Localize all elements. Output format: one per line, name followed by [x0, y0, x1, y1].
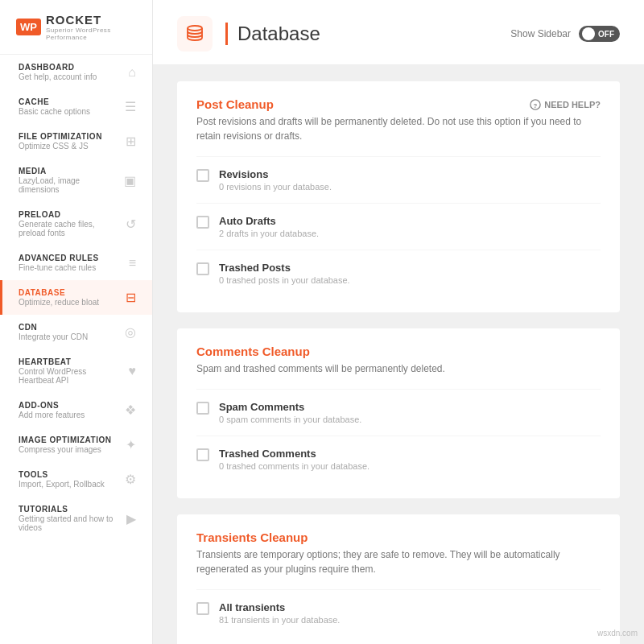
section-comments-cleanup: Comments Cleanup Spam and trashed commen… — [177, 328, 620, 498]
option-label: Auto Drafts — [219, 215, 319, 227]
show-sidebar-toggle[interactable]: OFF — [579, 26, 620, 42]
sidebar-icon-tools: ⚙ — [125, 472, 136, 487]
page-header: Database Show Sidebar OFF — [153, 0, 644, 65]
option-label: Trashed Comments — [219, 448, 369, 460]
option-sub: 0 revisions in your database. — [219, 182, 332, 192]
sidebar-item-advanced-rules[interactable]: ADVANCED RULES Fine-tune cache rules ≡ — [0, 246, 152, 280]
option-row: Revisions 0 revisions in your database. — [196, 156, 601, 203]
sidebar-item-title-file-optimization: FILE OPTIMIZATION — [19, 132, 121, 141]
checkbox-comments-cleanup-1[interactable] — [196, 448, 209, 461]
sidebar-item-dashboard[interactable]: DASHBOARD Get help, account info ⌂ — [0, 55, 152, 89]
section-desc-post-cleanup: Post revisions and drafts will be perman… — [196, 114, 601, 143]
option-row: Auto Drafts 2 drafts in your database. — [196, 203, 601, 250]
sidebar-icon-media: ▣ — [124, 173, 136, 188]
sidebar-item-title-cache: CACHE — [19, 97, 120, 106]
svg-text:?: ? — [534, 101, 538, 109]
need-help-link[interactable]: ? NEED HELP? — [530, 99, 601, 110]
sidebar-item-sub-add-ons: Add more features — [19, 411, 120, 419]
sidebar: WP ROCKET Superior WordPress Performance… — [0, 0, 153, 644]
sidebar-item-tools[interactable]: TOOLS Import, Export, Rollback ⚙ — [0, 462, 152, 497]
sections: Post Cleanup ? NEED HELP? Post revisions… — [177, 81, 620, 644]
main-content: Database Show Sidebar OFF Post Cleanup ?… — [153, 0, 644, 644]
option-sub: 0 trashed posts in your database. — [219, 275, 350, 285]
sidebar-item-sub-image-optimization: Compress your images — [19, 445, 121, 454]
sidebar-icon-tutorials: ▶ — [126, 511, 136, 526]
option-sub: 0 trashed comments in your database. — [219, 461, 369, 471]
sidebar-item-title-database: DATABASE — [19, 288, 121, 297]
sidebar-icon-add-ons: ❖ — [125, 402, 136, 418]
sidebar-item-title-tutorials: TUTORIALS — [19, 505, 122, 514]
sidebar-item-database[interactable]: DATABASE Optimize, reduce bloat ⊟ — [0, 280, 152, 315]
sidebar-icon-file-optimization: ⊞ — [126, 134, 136, 149]
sidebar-item-sub-dashboard: Get help, account info — [19, 72, 123, 81]
option-row: All transients 81 transients in your dat… — [196, 589, 601, 636]
sidebar-item-image-optimization[interactable]: IMAGE OPTIMIZATION Compress your images … — [0, 427, 152, 462]
sidebar-item-sub-cache: Basic cache options — [19, 107, 120, 116]
sidebar-items: DASHBOARD Get help, account info ⌂ CACHE… — [0, 55, 152, 540]
sidebar-icon-heartbeat: ♥ — [129, 364, 137, 378]
section-title-post-cleanup: Post Cleanup ? NEED HELP? — [196, 97, 601, 111]
sidebar-icon-advanced-rules: ≡ — [129, 256, 136, 270]
option-sub: 0 spam comments in your database. — [219, 415, 361, 424]
section-post-cleanup: Post Cleanup ? NEED HELP? Post revisions… — [177, 81, 620, 312]
page-content: Post Cleanup ? NEED HELP? Post revisions… — [153, 65, 644, 644]
option-sub: 81 transients in your database. — [219, 615, 340, 625]
sidebar-item-cdn[interactable]: CDN Integrate your CDN ◎ — [0, 315, 152, 349]
watermark: wsxdn.com — [597, 629, 638, 638]
page-icon — [177, 16, 213, 52]
logo-wp: WP — [16, 19, 41, 35]
show-sidebar-label: Show Sidebar — [510, 28, 571, 39]
sidebar-item-media[interactable]: MEDIA LazyLoad, image dimensions ▣ — [0, 159, 152, 202]
checkbox-post-cleanup-0[interactable] — [196, 169, 209, 182]
option-sub: 2 drafts in your database. — [219, 229, 319, 238]
sidebar-item-title-add-ons: ADD-ONS — [19, 401, 120, 410]
logo-sub: Superior WordPress Performance — [46, 27, 136, 41]
sidebar-icon-database: ⊟ — [126, 290, 136, 305]
sidebar-item-sub-heartbeat: Control WordPress Heartbeat API — [19, 367, 124, 385]
sidebar-item-title-cdn: CDN — [19, 323, 120, 332]
page-title: Database — [237, 23, 320, 45]
sidebar-item-title-advanced-rules: ADVANCED RULES — [19, 254, 124, 262]
sidebar-item-title-tools: TOOLS — [19, 470, 120, 479]
logo-rocket-title: ROCKET — [46, 13, 136, 27]
checkbox-post-cleanup-1[interactable] — [196, 216, 209, 229]
checkbox-post-cleanup-2[interactable] — [196, 262, 209, 275]
sidebar-icon-cdn: ◎ — [125, 324, 136, 340]
sidebar-item-sub-tools: Import, Export, Rollback — [19, 480, 120, 489]
sidebar-item-sub-advanced-rules: Fine-tune cache rules — [19, 263, 124, 272]
section-title-transients-cleanup: Transients Cleanup — [196, 530, 601, 544]
svg-point-0 — [188, 26, 202, 31]
sidebar-icon-preload: ↺ — [126, 217, 136, 232]
option-label: All transients — [219, 601, 340, 613]
sidebar-item-sub-database: Optimize, reduce bloat — [19, 298, 121, 307]
sidebar-item-sub-media: LazyLoad, image dimensions — [19, 176, 119, 194]
sidebar-item-cache[interactable]: CACHE Basic cache options ☰ — [0, 89, 152, 124]
sidebar-item-title-media: MEDIA — [19, 167, 119, 175]
section-desc-transients-cleanup: Transients are temporary options; they a… — [196, 547, 601, 576]
sidebar-item-title-image-optimization: IMAGE OPTIMIZATION — [19, 436, 121, 444]
checkbox-comments-cleanup-0[interactable] — [196, 402, 209, 415]
sidebar-item-sub-preload: Generate cache files, preload fonts — [19, 220, 121, 237]
toggle-off-label: OFF — [598, 30, 617, 39]
sidebar-icon-dashboard: ⌂ — [128, 65, 136, 80]
sidebar-item-title-preload: PRELOAD — [19, 210, 121, 219]
option-row: Spam Comments 0 spam comments in your da… — [196, 389, 601, 436]
sidebar-item-heartbeat[interactable]: HEARTBEAT Control WordPress Heartbeat AP… — [0, 349, 152, 393]
option-label: Trashed Posts — [219, 262, 350, 274]
sidebar-item-file-optimization[interactable]: FILE OPTIMIZATION Optimize CSS & JS ⊞ — [0, 124, 152, 159]
section-desc-comments-cleanup: Spam and trashed comments will be perman… — [196, 361, 601, 376]
option-row: Trashed Posts 0 trashed posts in your da… — [196, 250, 601, 296]
sidebar-item-sub-file-optimization: Optimize CSS & JS — [19, 142, 121, 151]
sidebar-item-preload[interactable]: PRELOAD Generate cache files, preload fo… — [0, 202, 152, 246]
sidebar-item-tutorials[interactable]: TUTORIALS Getting started and how to vid… — [0, 497, 152, 540]
section-title-comments-cleanup: Comments Cleanup — [196, 345, 601, 358]
logo: WP ROCKET Superior WordPress Performance — [0, 0, 152, 55]
sidebar-icon-cache: ☰ — [125, 99, 136, 114]
section-transients-cleanup: Transients Cleanup Transients are tempor… — [177, 514, 620, 644]
option-label: Spam Comments — [219, 401, 361, 413]
checkbox-transients-cleanup-0[interactable] — [196, 602, 209, 615]
sidebar-item-sub-cdn: Integrate your CDN — [19, 332, 120, 341]
option-row: Trashed Comments 0 trashed comments in y… — [196, 436, 601, 482]
sidebar-item-add-ons[interactable]: ADD-ONS Add more features ❖ — [0, 393, 152, 427]
sidebar-item-sub-tutorials: Getting started and how to videos — [19, 514, 122, 532]
